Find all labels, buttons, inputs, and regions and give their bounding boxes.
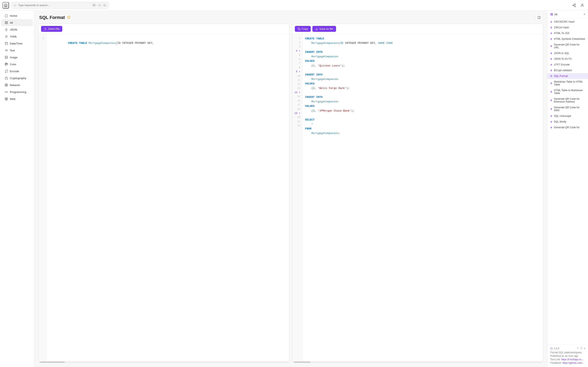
copy-button[interactable]: Copy <box>295 26 311 32</box>
sidebar-item-cryptography[interactable]: Cryptography <box>1 75 33 82</box>
sidebar-label-encode: Encode <box>10 70 19 73</box>
tool-item-generate-qr-sms[interactable]: ⊕ Generate QR Code for SMS <box>547 105 588 113</box>
tool-panel-all-label: All <box>554 13 557 16</box>
tool-icon: ⊕ <box>550 69 552 72</box>
feedback-link[interactable]: https://github.com/... <box>562 361 584 364</box>
tool-item-label: CRC32CRC Hash <box>554 20 575 23</box>
sidebar-item-datetime[interactable]: Date/Time <box>1 40 33 47</box>
tool-item-html-table-markdown[interactable]: ⊕ HTML Table to Markdown Table <box>547 87 588 96</box>
sidebar-item-yaml[interactable]: YAML <box>1 33 33 40</box>
tool-item-label: HTML Table to Markdown Table <box>554 89 585 95</box>
sidebar-item-network[interactable]: Network <box>1 82 33 89</box>
svg-rect-25 <box>5 78 8 79</box>
text-icon: Tt <box>4 49 8 52</box>
sidebar-label-color: Color <box>10 63 16 66</box>
description-row: Format SQL statement/query <box>550 351 585 354</box>
sidebar-item-programming[interactable]: </> Programming <box>1 89 33 95</box>
tool-panel-list: ⊕ CRC32CRC Hash ⊕ CRC24 Hash ⊕ HTML To J… <box>547 18 588 345</box>
select-file-label: Select file <box>48 27 60 30</box>
tool-item-label: HTML Symbols Cheatsheet <box>554 38 585 40</box>
tool-item-markdown-table-html[interactable]: ⊕ Markdown Table to HTML Table <box>547 79 588 87</box>
svg-line-5 <box>573 6 575 6</box>
output-code-editor: 1 2 3 4 ▾ 5 6 7 8 9 ▾ 10 11 12 13 14 ▾ <box>292 34 543 361</box>
share-button[interactable] <box>571 2 577 8</box>
sidebar-item-encode[interactable]: Encode <box>1 68 33 75</box>
topbar-actions <box>571 2 586 8</box>
tool-item-crc24-hash[interactable]: ⊕ CRC24 Hash <box>547 25 588 30</box>
sidebar-item-all[interactable]: All <box>1 19 33 26</box>
tool-item-bcrypt-validator[interactable]: ⊕ BCrypt validator <box>547 67 588 73</box>
search-bar: ⌘ + K <box>11 2 109 9</box>
sidebar-label-programming: Programming <box>10 91 26 94</box>
svg-rect-36 <box>551 13 552 14</box>
kbd-cmd: ⌘ <box>92 4 96 7</box>
datetime-icon <box>4 42 8 45</box>
sidebar-label-network: Network <box>10 83 20 87</box>
tool-item-generate-qr-url[interactable]: ⊕ Generate QR Code for URL <box>547 42 588 50</box>
sidebar-item-image[interactable]: Image <box>1 54 33 61</box>
input-toolbar: Select file <box>39 24 289 34</box>
save-as-file-button[interactable]: Save as file <box>312 26 336 32</box>
sidebar-item-color[interactable]: Color <box>1 61 33 68</box>
tool-item-html-symbols[interactable]: ⊕ HTML Symbols Cheatsheet <box>547 36 588 42</box>
tool-item-label: Generate QR Code for <box>554 126 580 129</box>
svg-rect-11 <box>7 23 8 24</box>
sidebar-item-home[interactable]: Home <box>1 12 33 19</box>
tool-link[interactable]: https://t.he3app.co... <box>561 358 584 361</box>
page-title: SQL Format <box>39 15 65 20</box>
tool-link-row: Tool Link: https://t.he3app.co... <box>550 358 585 361</box>
user-button[interactable] <box>579 2 586 8</box>
tool-panel: All ▾ ⊕ CRC32CRC Hash ⊕ CRC24 Hash ⊕ HTM… <box>547 11 588 367</box>
svg-point-2 <box>575 4 576 5</box>
tool-item-label: SQL Unescape <box>554 115 571 117</box>
output-scrollbar[interactable] <box>292 361 543 363</box>
tool-item-sql-minify[interactable]: ⊕ SQL Minify <box>547 119 588 125</box>
tool-item-label: JSON to SQL <box>554 52 570 55</box>
sidebar-item-web[interactable]: Web <box>1 95 33 102</box>
sidebar-label-text: Text <box>10 49 15 52</box>
input-code-content[interactable]: CREATE TABLE MortgageCompanies(ID INTEGE… <box>46 34 289 361</box>
svg-point-7 <box>582 4 583 5</box>
kbd-k: K <box>103 4 106 7</box>
sidebar-label-cryptography: Cryptography <box>10 77 26 80</box>
tool-item-json-to-sql[interactable]: ⊕ JSON to SQL <box>547 50 588 56</box>
tool-item-sql-unescape[interactable]: ⊕ SQL Unescape <box>547 113 588 119</box>
output-panel: Copy Save as file 1 2 3 4 ▾ 5 6 <box>292 24 543 363</box>
tool-item-generate-qr-ethereum[interactable]: ⊕ Generate QR Code for Ethereum Address <box>547 96 588 105</box>
output-line-numbers: 1 2 3 4 ▾ 5 6 7 8 9 ▾ 10 11 12 13 14 ▾ <box>292 34 303 361</box>
svg-point-43 <box>578 348 578 349</box>
svg-rect-39 <box>552 15 553 15</box>
sidebar-label-web: Web <box>10 98 16 100</box>
tool-item-generate-qr-for[interactable]: ⊕ Generate QR Code for <box>547 125 588 130</box>
output-code-content[interactable]: CREATE TABLE MortgageCompanies(ID INTEGE… <box>303 34 543 361</box>
panel-toggle-button[interactable] <box>536 14 542 21</box>
tool-panel-dropdown[interactable]: ▾ <box>584 13 585 16</box>
tool-icon: ⊕ <box>550 32 552 35</box>
tool-icon: ⊕ <box>550 26 552 29</box>
main-layout: Home All {} JSON YAML Date/Time Tt Text <box>0 11 588 367</box>
tool-item-utf7-encode[interactable]: ⊕ UTF7 Encode <box>547 62 588 67</box>
sidebar-item-text[interactable]: Tt Text <box>1 47 33 54</box>
tool-item-crc32crc-hash[interactable]: ⊕ CRC32CRC Hash <box>547 19 588 25</box>
settings-icon <box>577 347 579 350</box>
tool-item-json-to-io-ts[interactable]: ⊕ JSON To IO-TS <box>547 56 588 62</box>
svg-line-6 <box>573 4 575 5</box>
favorite-button[interactable] <box>67 15 71 20</box>
version-row: 1.0.2 ▾ <box>550 347 585 350</box>
tool-icon: ⊕ <box>550 63 552 66</box>
svg-point-20 <box>6 57 6 57</box>
tool-item-sql-format[interactable]: ⊕ SQL Format <box>547 73 588 79</box>
home-button[interactable] <box>2 2 9 8</box>
search-input[interactable] <box>18 4 90 7</box>
globe-icon <box>580 347 583 350</box>
select-file-button[interactable]: Select file <box>41 26 62 32</box>
tool-item-html-to-jsx[interactable]: ⊕ HTML To JSX <box>547 30 588 36</box>
svg-rect-15 <box>5 42 8 45</box>
sidebar-item-json[interactable]: {} JSON <box>1 26 33 33</box>
svg-line-1 <box>16 6 16 6</box>
version-chevron[interactable]: ▾ <box>584 347 585 350</box>
yaml-icon <box>4 35 8 38</box>
input-scrollbar[interactable] <box>39 361 289 363</box>
feedback-label: Feedback: <box>550 361 562 364</box>
info-icon <box>550 347 553 350</box>
